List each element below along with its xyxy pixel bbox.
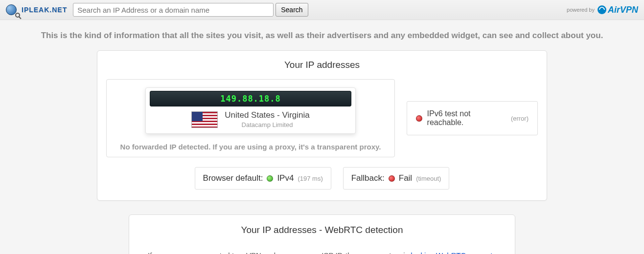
ip-location: United States - Virginia	[225, 110, 310, 120]
search-form: Search	[73, 3, 308, 17]
webrtc-description: If you are now connected to a VPN and yo…	[139, 251, 505, 254]
search-button[interactable]: Search	[276, 3, 308, 17]
intro-text: This is the kind of information that all…	[0, 20, 644, 50]
status-row: Browser default: IPv4 (197 ms) Fallback:…	[106, 167, 538, 190]
ipv6-status-text: IPv6 test not reachable.	[427, 109, 506, 127]
magnifier-icon	[15, 13, 20, 18]
sponsor-link[interactable]: AirVPN	[598, 5, 638, 15]
ip-panel-title: Your IP addresses	[106, 60, 538, 70]
ipv6-column: IPv6 test not reachable. (error)	[407, 79, 538, 157]
ipv6-status-box: IPv6 test not reachable. (error)	[407, 101, 538, 135]
ipv4-column: 149.88.18.8 United States - Virginia Dat…	[106, 79, 395, 157]
logo-text: IPLEAK.NET	[22, 6, 67, 14]
webrtc-text-before: If you are now connected to a VPN and yo…	[148, 251, 411, 254]
fallback-box: Fallback: Fail (timeout)	[343, 167, 450, 190]
status-dot-red-icon	[416, 115, 422, 122]
fallback-label: Fallback:	[351, 173, 385, 183]
proxy-note: No forwarded IP detected. If you are usi…	[113, 143, 389, 151]
webrtc-leak-link[interactable]: leaking WebRTC requests	[411, 251, 496, 254]
browser-default-box: Browser default: IPv4 (197 ms)	[195, 167, 331, 190]
airvpn-icon	[598, 5, 606, 14]
site-logo[interactable]: IPLEAK.NET	[6, 4, 67, 15]
powered-by: powered by AirVPN	[567, 5, 638, 15]
ip-address-value: 149.88.18.8	[150, 91, 351, 106]
search-input[interactable]	[73, 3, 274, 17]
ipv6-status-note: (error)	[511, 115, 529, 122]
ip-addresses-panel: Your IP addresses 149.88.18.8 United Sta…	[97, 50, 547, 201]
powered-by-label: powered by	[567, 7, 595, 13]
webrtc-panel: Your IP addresses - WebRTC detection If …	[129, 214, 515, 254]
status-dot-red-icon	[389, 175, 395, 182]
ip-isp: Datacamp Limited	[225, 121, 310, 128]
top-bar: IPLEAK.NET Search powered by AirVPN	[0, 0, 644, 20]
browser-default-value: IPv4	[277, 173, 294, 183]
browser-default-timing: (197 ms)	[298, 175, 322, 182]
browser-default-label: Browser default:	[203, 173, 263, 183]
sponsor-name: AirVPN	[608, 5, 638, 15]
webrtc-panel-title: Your IP addresses - WebRTC detection	[139, 225, 505, 235]
globe-icon	[6, 4, 17, 15]
fallback-value: Fail	[399, 173, 412, 183]
status-dot-green-icon	[267, 175, 273, 182]
fallback-note: (timeout)	[416, 175, 441, 182]
flag-us-icon	[191, 111, 218, 128]
ip-card: 149.88.18.8 United States - Virginia Dat…	[145, 87, 356, 134]
